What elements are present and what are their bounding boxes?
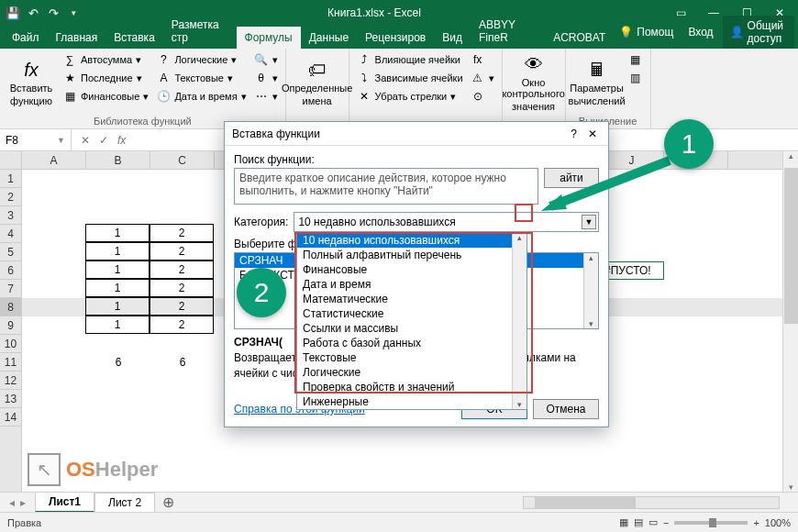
- vscroll-thumb[interactable]: [784, 168, 798, 324]
- vertical-scrollbar[interactable]: ▴▾: [782, 151, 798, 492]
- row-header[interactable]: 3: [0, 206, 21, 225]
- trace-precedents-button[interactable]: ⤴Влияющие ячейки: [355, 51, 465, 68]
- cell[interactable]: 1: [85, 242, 150, 260]
- undo-icon[interactable]: ↶: [26, 6, 40, 20]
- cancel-button[interactable]: Отмена: [533, 399, 599, 419]
- recent-functions-button[interactable]: ★Последние ▾: [61, 70, 150, 86]
- cell[interactable]: 6: [150, 353, 215, 371]
- evaluate-button[interactable]: ⊙: [469, 88, 496, 105]
- show-formulas-button[interactable]: fx: [469, 51, 496, 68]
- math-button[interactable]: θ▾: [252, 70, 280, 86]
- row-header[interactable]: 6: [0, 261, 21, 280]
- dropdown-option[interactable]: Проверка свойств и значений: [297, 380, 526, 394]
- qat-customize-icon[interactable]: ▾: [66, 6, 81, 20]
- cell[interactable]: 1: [85, 279, 150, 297]
- save-icon[interactable]: 💾: [6, 6, 20, 20]
- row-header[interactable]: 2: [0, 188, 21, 206]
- datetime-button[interactable]: 🕒Дата и время ▾: [154, 88, 248, 105]
- cell[interactable]: 6: [86, 353, 150, 371]
- calculation-options-button[interactable]: 🖩 Параметры вычислений: [571, 51, 623, 114]
- defined-names-button[interactable]: 🏷 Определенные имена: [292, 51, 343, 114]
- cell[interactable]: 1: [85, 316, 150, 334]
- error-cell[interactable]: #ПУСТО!: [600, 261, 664, 280]
- row-header[interactable]: 5: [0, 243, 21, 261]
- category-dropdown[interactable]: ▴▾ 10 недавно использовавшихсяПолный алф…: [296, 232, 527, 410]
- hscroll-thumb[interactable]: [535, 497, 636, 508]
- cell[interactable]: 1: [85, 260, 150, 279]
- help-button[interactable]: 💡Помощ: [614, 22, 679, 42]
- tab-data[interactable]: Данные: [301, 27, 357, 49]
- col-header[interactable]: B: [86, 151, 150, 169]
- select-all-corner[interactable]: [0, 151, 22, 170]
- row-headers[interactable]: 1234567891011121314: [0, 170, 22, 492]
- row-header[interactable]: 14: [0, 408, 21, 427]
- redo-icon[interactable]: ↷: [46, 6, 61, 20]
- name-box[interactable]: F8▼: [0, 129, 72, 150]
- col-header[interactable]: A: [22, 151, 86, 169]
- tab-acrobat[interactable]: ACROBAT: [545, 27, 614, 49]
- logical-button[interactable]: ?Логические ▾: [154, 51, 248, 68]
- namebox-dropdown-icon[interactable]: ▼: [57, 136, 65, 145]
- dropdown-option[interactable]: Статистические: [297, 306, 526, 321]
- row-header[interactable]: 10: [0, 335, 21, 353]
- remove-arrows-button[interactable]: ✕Убрать стрелки ▾: [355, 88, 465, 105]
- zoom-level[interactable]: 100%: [765, 517, 791, 528]
- dropdown-option[interactable]: Дата и время: [297, 277, 526, 292]
- cell[interactable]: 2: [150, 297, 214, 316]
- cell[interactable]: 2: [150, 279, 214, 297]
- trace-dependents-button[interactable]: ⤵Зависимые ячейки: [355, 70, 465, 86]
- autosum-button[interactable]: ∑Автосумма ▾: [61, 51, 150, 68]
- tab-formulas[interactable]: Формулы: [237, 27, 301, 49]
- horizontal-scrollbar[interactable]: [523, 496, 780, 509]
- dropdown-option[interactable]: Полный алфавитный перечень: [297, 248, 526, 262]
- cancel-formula-icon[interactable]: ✕: [81, 134, 90, 147]
- sheet-tab-2[interactable]: Лист 2: [94, 493, 155, 512]
- tab-layout[interactable]: Разметка стр: [163, 14, 237, 49]
- sheet-nav-prev-icon[interactable]: ◂: [9, 496, 15, 509]
- row-header[interactable]: 13: [0, 390, 21, 408]
- cell[interactable]: 2: [150, 224, 214, 242]
- dialog-help-icon[interactable]: ?: [563, 127, 584, 140]
- cell[interactable]: 2: [150, 260, 214, 279]
- accept-formula-icon[interactable]: ✓: [99, 134, 108, 147]
- dropdown-option[interactable]: Математические: [297, 292, 526, 306]
- add-sheet-button[interactable]: ⊕: [155, 493, 182, 511]
- row-header[interactable]: 1: [0, 170, 21, 188]
- sheet-nav-next-icon[interactable]: ▸: [20, 496, 26, 509]
- calc-sheet-button[interactable]: ▥: [626, 70, 645, 86]
- zoom-in-icon[interactable]: +: [753, 517, 759, 528]
- insert-function-button[interactable]: fx Вставить функцию: [6, 51, 57, 114]
- view-normal-icon[interactable]: ▦: [619, 516, 628, 528]
- view-layout-icon[interactable]: ▤: [634, 516, 643, 528]
- row-header[interactable]: 11: [0, 353, 21, 371]
- watch-window-button[interactable]: 👁 Окно контрольного значения: [508, 51, 560, 114]
- tab-view[interactable]: Вид: [434, 27, 471, 49]
- row-header[interactable]: 9: [0, 316, 21, 335]
- zoom-out-icon[interactable]: −: [663, 517, 669, 528]
- row-header[interactable]: 4: [0, 225, 21, 243]
- cell[interactable]: 1: [85, 224, 150, 242]
- tab-abbyy[interactable]: ABBYY FineR: [471, 14, 545, 49]
- view-break-icon[interactable]: ▭: [648, 516, 658, 528]
- dialog-close-icon[interactable]: ✕: [584, 127, 601, 140]
- dropdown-option[interactable]: Финансовые: [297, 262, 526, 277]
- share-button[interactable]: 👤Общий доступ: [723, 16, 794, 49]
- dropdown-option[interactable]: 10 недавно использовавшихся: [297, 233, 526, 248]
- search-input[interactable]: Введите краткое описание действия, котор…: [234, 168, 538, 205]
- sheet-tab-1[interactable]: Лист1: [35, 492, 94, 513]
- cell[interactable]: 1: [85, 297, 150, 316]
- cell[interactable]: 2: [150, 242, 214, 260]
- funclist-scrollbar[interactable]: ▴▾: [583, 253, 598, 328]
- dropdown-option[interactable]: Текстовые: [297, 350, 526, 365]
- calc-now-button[interactable]: ▦: [626, 51, 645, 68]
- row-header[interactable]: 8: [0, 298, 21, 316]
- text-functions-button[interactable]: AТекстовые ▾: [154, 70, 248, 86]
- more-functions-button[interactable]: ⋯▾: [252, 88, 280, 105]
- col-header[interactable]: C: [150, 151, 215, 169]
- dropdown-option[interactable]: Ссылки и массивы: [297, 321, 526, 336]
- dropdown-option[interactable]: Логические: [297, 365, 526, 380]
- tab-review[interactable]: Рецензиров: [357, 27, 434, 49]
- dropdown-option[interactable]: Инженерные: [297, 394, 526, 409]
- error-check-button[interactable]: ⚠▾: [469, 70, 496, 86]
- tab-insert[interactable]: Вставка: [105, 27, 163, 49]
